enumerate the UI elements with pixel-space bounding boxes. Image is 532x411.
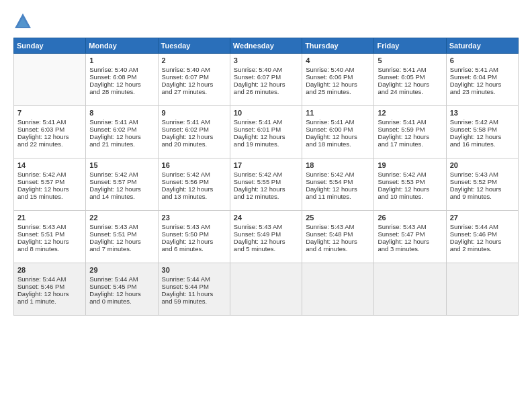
- cell-info-line: Sunset: 6:06 PM: [306, 73, 371, 81]
- cell-info-line: Daylight: 12 hours: [378, 81, 443, 88]
- cell-info-line: Sunset: 6:00 PM: [306, 126, 371, 133]
- calendar-week-row: 7Sunrise: 5:41 AMSunset: 6:03 PMDaylight…: [14, 106, 519, 158]
- cell-info-line: Daylight: 12 hours: [450, 238, 515, 245]
- cell-info-line: Daylight: 12 hours: [378, 238, 443, 245]
- calendar-cell: 11Sunrise: 5:41 AMSunset: 6:00 PMDayligh…: [302, 106, 374, 158]
- day-number: 26: [378, 214, 443, 222]
- cell-info-line: Sunrise: 5:44 AM: [162, 275, 227, 283]
- calendar-cell: 28Sunrise: 5:44 AMSunset: 5:46 PMDayligh…: [14, 263, 86, 316]
- cell-info-line: and 0 minutes.: [89, 298, 154, 305]
- cell-info-line: Sunset: 5:46 PM: [17, 283, 83, 290]
- cell-info-line: Sunrise: 5:41 AM: [378, 66, 443, 73]
- cell-info-line: Daylight: 12 hours: [89, 238, 154, 245]
- day-number: 28: [17, 266, 83, 274]
- cell-info-line: Sunrise: 5:42 AM: [234, 171, 299, 178]
- day-number: 23: [162, 214, 227, 222]
- cell-info-line: Daylight: 12 hours: [162, 185, 227, 193]
- cell-info-line: and 20 minutes.: [162, 140, 227, 148]
- calendar-cell: 6Sunrise: 5:41 AMSunset: 6:04 PMDaylight…: [446, 54, 518, 106]
- calendar-table: SundayMondayTuesdayWednesdayThursdayFrid…: [13, 38, 519, 316]
- cell-info-line: and 3 minutes.: [378, 245, 443, 253]
- weekday-header: Tuesday: [158, 38, 230, 54]
- cell-info-line: Sunrise: 5:40 AM: [89, 66, 154, 73]
- cell-info-line: Sunset: 5:51 PM: [89, 230, 154, 238]
- cell-info-line: Sunset: 5:55 PM: [234, 178, 299, 185]
- day-number: 6: [450, 56, 515, 64]
- header-row: SundayMondayTuesdayWednesdayThursdayFrid…: [14, 38, 519, 54]
- day-number: 29: [89, 266, 154, 274]
- day-number: 1: [89, 56, 154, 64]
- calendar-cell: 23Sunrise: 5:43 AMSunset: 5:50 PMDayligh…: [158, 211, 230, 263]
- cell-info-line: and 1 minute.: [17, 298, 83, 305]
- calendar-cell: 30Sunrise: 5:44 AMSunset: 5:44 PMDayligh…: [158, 263, 230, 316]
- cell-info-line: Daylight: 12 hours: [17, 133, 83, 140]
- cell-info-line: Sunset: 5:59 PM: [378, 126, 443, 133]
- cell-info-line: Daylight: 12 hours: [89, 185, 154, 193]
- day-number: 3: [234, 56, 299, 64]
- cell-info-line: and 6 minutes.: [162, 245, 227, 253]
- cell-info-line: Sunset: 5:57 PM: [17, 178, 83, 185]
- cell-info-line: Sunset: 5:50 PM: [162, 230, 227, 238]
- day-number: 13: [450, 109, 515, 117]
- calendar-cell: 26Sunrise: 5:43 AMSunset: 5:47 PMDayligh…: [374, 211, 446, 263]
- cell-info-line: Sunset: 5:52 PM: [450, 178, 515, 185]
- calendar-cell: 27Sunrise: 5:44 AMSunset: 5:46 PMDayligh…: [446, 211, 518, 263]
- cell-info-line: and 59 minutes.: [162, 298, 227, 305]
- cell-info-line: Daylight: 12 hours: [450, 185, 515, 193]
- day-number: 21: [17, 214, 83, 222]
- cell-info-line: Daylight: 12 hours: [450, 133, 515, 140]
- cell-info-line: Daylight: 12 hours: [234, 185, 299, 193]
- calendar-cell: 24Sunrise: 5:43 AMSunset: 5:49 PMDayligh…: [230, 211, 302, 263]
- cell-info-line: Sunrise: 5:41 AM: [17, 118, 83, 126]
- weekday-header: Sunday: [14, 38, 86, 54]
- cell-info-line: Daylight: 12 hours: [450, 81, 515, 88]
- cell-info-line: Sunrise: 5:42 AM: [306, 171, 371, 178]
- cell-info-line: and 14 minutes.: [89, 193, 154, 200]
- cell-info-line: and 26 minutes.: [234, 88, 299, 95]
- cell-info-line: Daylight: 12 hours: [162, 133, 227, 140]
- day-number: 8: [89, 109, 154, 117]
- cell-info-line: Sunrise: 5:43 AM: [306, 223, 371, 230]
- cell-info-line: Sunset: 5:54 PM: [306, 178, 371, 185]
- cell-info-line: Sunrise: 5:43 AM: [162, 223, 227, 230]
- cell-info-line: Daylight: 12 hours: [89, 290, 154, 298]
- cell-info-line: Sunset: 5:58 PM: [450, 126, 515, 133]
- cell-info-line: Daylight: 12 hours: [89, 81, 154, 88]
- cell-info-line: and 16 minutes.: [450, 140, 515, 148]
- day-number: 15: [89, 161, 154, 169]
- cell-info-line: Daylight: 12 hours: [234, 133, 299, 140]
- cell-info-line: Sunrise: 5:43 AM: [234, 223, 299, 230]
- calendar-cell: [446, 263, 518, 316]
- cell-info-line: Daylight: 12 hours: [378, 185, 443, 193]
- day-number: 5: [378, 56, 443, 64]
- cell-info-line: Sunset: 5:44 PM: [162, 283, 227, 290]
- cell-info-line: and 19 minutes.: [234, 140, 299, 148]
- cell-info-line: Sunrise: 5:44 AM: [17, 275, 83, 283]
- calendar-week-row: 28Sunrise: 5:44 AMSunset: 5:46 PMDayligh…: [14, 263, 519, 316]
- cell-info-line: Sunset: 6:01 PM: [234, 126, 299, 133]
- cell-info-line: Sunrise: 5:44 AM: [450, 223, 515, 230]
- cell-info-line: Sunrise: 5:41 AM: [450, 66, 515, 73]
- day-number: 11: [306, 109, 371, 117]
- calendar-cell: 29Sunrise: 5:44 AMSunset: 5:45 PMDayligh…: [86, 263, 158, 316]
- cell-info-line: Sunset: 5:57 PM: [89, 178, 154, 185]
- cell-info-line: Daylight: 12 hours: [234, 238, 299, 245]
- cell-info-line: Sunrise: 5:43 AM: [89, 223, 154, 230]
- cell-info-line: and 8 minutes.: [17, 245, 83, 253]
- day-number: 17: [234, 161, 299, 169]
- cell-info-line: and 17 minutes.: [378, 140, 443, 148]
- day-number: 7: [17, 109, 83, 117]
- calendar-header: SundayMondayTuesdayWednesdayThursdayFrid…: [14, 38, 519, 54]
- calendar-cell: 2Sunrise: 5:40 AMSunset: 6:07 PMDaylight…: [158, 54, 230, 106]
- cell-info-line: and 28 minutes.: [89, 88, 154, 95]
- cell-info-line: and 22 minutes.: [17, 140, 83, 148]
- cell-info-line: Sunrise: 5:40 AM: [162, 66, 227, 73]
- day-number: 22: [89, 214, 154, 222]
- cell-info-line: Sunset: 6:07 PM: [234, 73, 299, 81]
- cell-info-line: Sunrise: 5:43 AM: [378, 223, 443, 230]
- calendar-cell: 20Sunrise: 5:43 AMSunset: 5:52 PMDayligh…: [446, 158, 518, 211]
- calendar-cell: 1Sunrise: 5:40 AMSunset: 6:08 PMDaylight…: [86, 54, 158, 106]
- calendar-cell: 17Sunrise: 5:42 AMSunset: 5:55 PMDayligh…: [230, 158, 302, 211]
- calendar-cell: 18Sunrise: 5:42 AMSunset: 5:54 PMDayligh…: [302, 158, 374, 211]
- calendar-cell: 14Sunrise: 5:42 AMSunset: 5:57 PMDayligh…: [14, 158, 86, 211]
